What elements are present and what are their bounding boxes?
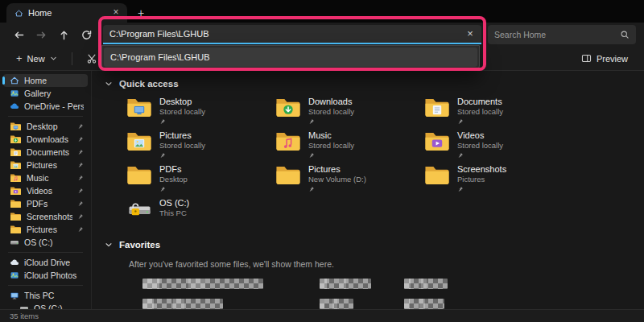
pin-icon <box>457 186 464 192</box>
redacted-block <box>404 299 444 309</box>
sidebar-item-this-pc[interactable]: This PC <box>3 289 88 302</box>
pin-icon <box>77 200 84 207</box>
cut-button[interactable] <box>80 49 103 68</box>
sidebar-item-label: iCloud Drive <box>24 258 84 267</box>
quick-access-music[interactable]: Music Stored locally <box>275 130 423 161</box>
explorer-tab-home[interactable]: Home × <box>6 3 127 23</box>
pin-icon <box>457 118 464 125</box>
quick-access-grid: Desktop Stored locally Downloads Stored … <box>126 97 644 229</box>
sidebar-item-label: Desktop <box>27 122 72 131</box>
items-count: 35 items <box>10 312 39 320</box>
pin-icon <box>308 118 315 125</box>
quick-access-title: Quick access <box>119 79 179 89</box>
sidebar-separator <box>8 116 83 117</box>
favorites-title: Favorites <box>119 240 160 250</box>
redacted-block <box>404 279 448 289</box>
new-button-label: New <box>27 54 45 64</box>
item-subtitle: Stored locally <box>308 141 354 151</box>
new-tab-button[interactable]: + <box>132 4 150 22</box>
videos-folder-icon <box>10 186 22 196</box>
back-icon <box>13 29 25 41</box>
navigation-sidebar: Home Gallery OneDrive - Perso Desktop Do… <box>0 71 92 309</box>
quick-access-videos[interactable]: Videos Stored locally <box>423 130 572 161</box>
sidebar-item-music[interactable]: Music <box>3 171 88 184</box>
videos-folder-icon <box>423 130 451 152</box>
pin-icon <box>77 188 84 194</box>
item-subtitle: New Volume (D:) <box>308 175 366 184</box>
quick-access-os-c[interactable]: OS (C:) This PC <box>126 198 275 229</box>
search-box[interactable] <box>488 25 636 44</box>
search-input[interactable] <box>494 30 620 39</box>
new-button[interactable]: + New <box>10 49 64 68</box>
favorites-empty-text: After you've favorited some files, we'll… <box>129 259 644 269</box>
item-name: PDFs <box>159 164 188 175</box>
quick-access-documents[interactable]: Documents Stored locally <box>423 97 572 127</box>
address-input[interactable] <box>103 29 462 39</box>
quick-access-screenshots[interactable]: Screenshots Pictures <box>423 164 572 195</box>
sidebar-item-icloud-drive[interactable]: iCloud Drive <box>3 256 88 269</box>
icloud-photos-icon <box>10 270 19 280</box>
quick-access-header[interactable]: Quick access <box>101 76 644 92</box>
cut-icon <box>86 53 97 64</box>
chevron-down-icon <box>105 241 113 249</box>
sidebar-item-documents[interactable]: Documents <box>3 146 88 159</box>
sidebar-item-os-c-2[interactable]: OS (C:) <box>3 302 88 309</box>
item-subtitle: Pictures <box>457 175 506 184</box>
sidebar-item-desktop[interactable]: Desktop <box>3 120 88 133</box>
address-bar[interactable]: × <box>103 25 481 44</box>
clear-address-icon[interactable]: × <box>462 26 478 42</box>
redacted-block <box>320 299 353 309</box>
pin-icon <box>308 152 315 159</box>
sidebar-item-label: OS (C:) <box>24 237 84 247</box>
sidebar-item-label: Screenshots <box>27 212 72 221</box>
quick-access-pictures[interactable]: Pictures Stored locally <box>126 130 275 161</box>
forward-button[interactable] <box>31 24 52 45</box>
pin-icon <box>77 162 84 168</box>
item-name: Documents <box>457 97 503 107</box>
tab-close-icon[interactable]: × <box>109 6 122 19</box>
sidebar-item-pictures[interactable]: Pictures <box>3 159 88 171</box>
folder-icon <box>10 199 22 208</box>
pin-icon <box>77 175 84 181</box>
sidebar-item-home[interactable]: Home <box>3 74 88 87</box>
favorites-header[interactable]: Favorites <box>101 237 644 253</box>
sidebar-item-os-c[interactable]: OS (C:) <box>3 236 88 249</box>
sidebar-item-pdfs[interactable]: PDFs <box>3 197 88 210</box>
drive-icon <box>10 237 19 247</box>
item-subtitle: This PC <box>159 208 189 218</box>
onedrive-cloud-icon <box>10 101 19 111</box>
quick-access-pdfs[interactable]: PDFs Desktop <box>126 164 275 195</box>
refresh-button[interactable] <box>76 24 97 45</box>
search-icon <box>620 30 630 39</box>
music-folder-icon <box>275 130 302 152</box>
quick-access-pictures-d[interactable]: Pictures New Volume (D:) <box>275 164 423 195</box>
sidebar-item-gallery[interactable]: Gallery <box>3 87 88 100</box>
address-suggestion-item[interactable]: C:\Program Files\LGHUB <box>104 47 477 67</box>
sidebar-item-onedrive[interactable]: OneDrive - Perso <box>3 100 88 113</box>
preview-button[interactable]: Preview <box>575 49 634 68</box>
sidebar-item-label: Music <box>27 173 72 183</box>
quick-access-downloads[interactable]: Downloads Stored locally <box>275 97 423 127</box>
item-name: Downloads <box>308 97 354 107</box>
quick-access-desktop[interactable]: Desktop Stored locally <box>126 97 275 127</box>
sidebar-item-videos[interactable]: Videos <box>3 184 88 197</box>
pin-icon <box>77 149 84 155</box>
redacted-block <box>320 279 371 289</box>
sidebar-separator <box>8 285 83 286</box>
item-name: Videos <box>457 130 503 141</box>
pin-icon <box>77 226 84 233</box>
item-name: Pictures <box>159 130 205 141</box>
back-button[interactable] <box>8 24 29 45</box>
sidebar-item-screenshots[interactable]: Screenshots <box>3 210 88 223</box>
content-panel: Quick access Desktop Stored locally Down… <box>92 71 644 309</box>
sidebar-item-label: Home <box>24 76 84 85</box>
pin-icon <box>77 136 84 142</box>
documents-folder-icon <box>423 97 451 118</box>
sidebar-item-pictures-2[interactable]: Pictures <box>3 223 88 236</box>
documents-folder-icon <box>10 147 22 157</box>
desktop-folder-icon <box>126 97 153 118</box>
up-button[interactable] <box>53 24 74 45</box>
sidebar-item-downloads[interactable]: Downloads <box>3 133 88 146</box>
forward-icon <box>35 29 47 41</box>
sidebar-item-icloud-photos[interactable]: iCloud Photos <box>3 269 88 282</box>
